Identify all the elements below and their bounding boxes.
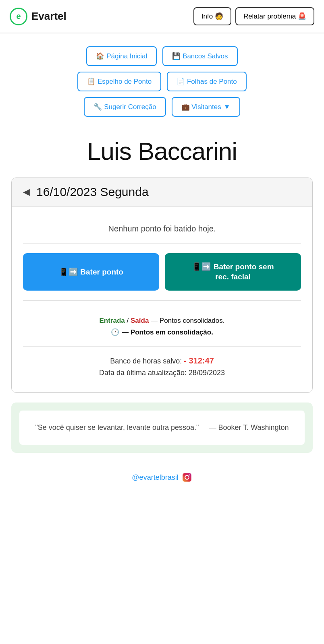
brand-name: Evartel [31,10,66,23]
sugerir-correcao-button[interactable]: 🔧 Sugerir Correção [84,97,166,117]
card-date-row: ◀ 16/10/2023 Segunda [12,178,312,206]
nav-row-2: 📋 Espelho de Ponto 📄 Folhas de Ponto [77,72,246,91]
bancos-salvos-button[interactable]: 💾 Bancos Salvos [162,46,237,66]
header: e Evartel Info 🧑 Relatar problema 🚨 [0,0,324,33]
quote-section: "Se você quiser se levantar, levante out… [11,402,313,453]
legend-section: Entrada / Saída — Pontos consolidados. 🕐… [23,310,301,347]
ponto-buttons-row: 📱➡️ Bater ponto 📱➡️ Bater ponto sem rec.… [23,253,301,301]
ultima-atualizacao: Data da última atualização: 28/09/2023 [23,369,301,377]
prev-day-arrow[interactable]: ◀ [23,187,30,197]
banco-section: Banco de horas salvo: - 312:47 Data da ú… [23,347,301,381]
instagram-handle: @evartelbrasil [132,473,178,482]
footer: @evartelbrasil [0,464,324,499]
quote-text: "Se você quiser se levantar, levante out… [31,422,293,433]
consolidating-text: — Pontos em consolidação. [122,328,213,336]
legend-consolidated-line: Entrada / Saída — Pontos consolidados. [23,317,301,325]
pagina-inicial-button[interactable]: 🏠 Página Inicial [86,46,157,66]
nav-row-1: 🏠 Página Inicial 💾 Bancos Salvos [86,46,237,66]
legend-separator: / [127,317,131,324]
quote-author: — Booker T. Washington [209,423,289,431]
instagram-link[interactable]: @evartelbrasil [132,472,192,483]
bater-ponto-label: 📱➡️ Bater ponto [59,267,123,277]
header-buttons: Info 🧑 Relatar problema 🚨 [193,7,314,25]
folhas-de-ponto-button[interactable]: 📄 Folhas de Ponto [167,72,247,91]
consolidated-text: — Pontos consolidados. [151,317,224,324]
bater-ponto-sem-facial-button[interactable]: 📱➡️ Bater ponto sem rec. facial [165,253,301,291]
nav-row-3: 🔧 Sugerir Correção 💼 Visitantes ▼ [84,97,240,117]
report-button[interactable]: Relatar problema 🚨 [235,7,314,25]
logo-icon: e [10,8,27,25]
visitantes-label: 💼 Visitantes [181,103,221,111]
current-date: 16/10/2023 Segunda [36,185,149,199]
no-ponto-message: Nenhum ponto foi batido hoje. [23,218,301,244]
svg-rect-0 [183,473,191,482]
banco-horas-value: - 312:47 [184,356,214,365]
user-name: Luis Baccarini [8,137,316,165]
banco-horas-line: Banco de horas salvo: - 312:47 [23,356,301,365]
espelho-de-ponto-button[interactable]: 📋 Espelho de Ponto [77,72,161,91]
svg-point-2 [189,475,190,476]
clock-icon: 🕐 [111,328,119,336]
nav-section: 🏠 Página Inicial 💾 Bancos Salvos 📋 Espel… [0,33,324,125]
entrada-label: Entrada [100,317,125,324]
logo-area: e Evartel [10,8,66,25]
bater-ponto-button[interactable]: 📱➡️ Bater ponto [23,253,159,291]
banco-horas-label: Banco de horas salvo: [110,357,184,365]
visitantes-chevron-icon: ▼ [224,103,231,111]
main-card: ◀ 16/10/2023 Segunda Nenhum ponto foi ba… [11,178,313,393]
legend-consolidating-line: 🕐 — Pontos em consolidação. [23,328,301,336]
instagram-icon [182,472,192,483]
quote-body: "Se você quiser se levantar, levante out… [35,423,199,431]
info-button[interactable]: Info 🧑 [193,7,231,25]
user-name-section: Luis Baccarini [0,125,324,173]
saida-label: Saída [131,317,149,324]
visitantes-button[interactable]: 💼 Visitantes ▼ [172,97,240,117]
quote-inner: "Se você quiser se levantar, levante out… [19,411,305,445]
bater-ponto-sem-label: 📱➡️ Bater ponto sem rec. facial [192,262,274,282]
card-body: Nenhum ponto foi batido hoje. 📱➡️ Bater … [12,206,312,392]
